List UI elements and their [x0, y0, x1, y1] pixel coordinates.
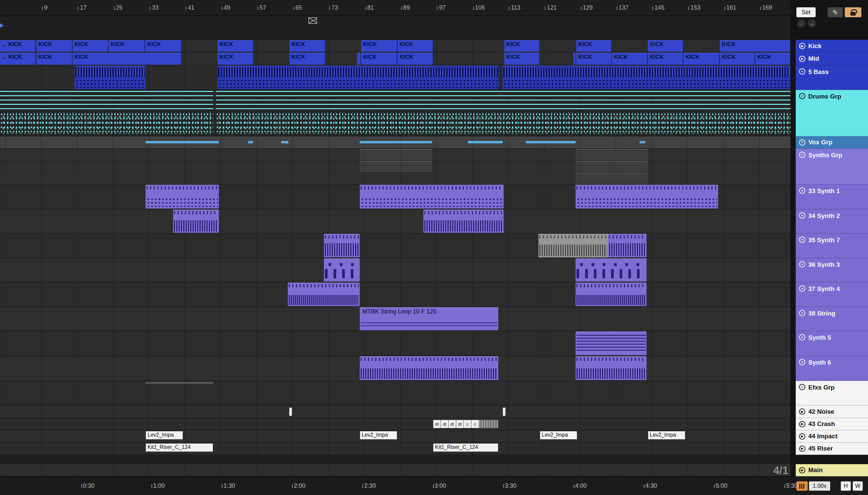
chevron-icon[interactable]: ▾: [799, 285, 805, 292]
mini-clip-label[interactable]: dt: [441, 420, 448, 428]
track-header-drums[interactable]: ≡Drums Grp: [796, 90, 868, 136]
clip-p1[interactable]: [145, 185, 219, 209]
clip-bass[interactable]: [75, 66, 145, 89]
clip-bass[interactable]: [503, 66, 791, 89]
clip-kick[interactable]: KICK: [217, 40, 253, 52]
clip-faint[interactable]: [360, 161, 432, 172]
track-header-synth1[interactable]: ▾33 Synth 1: [796, 185, 868, 209]
time-ruler-bar[interactable]: 1.00x H W 0:301:001:302:002:303:003:304:…: [0, 476, 868, 495]
menu-icon[interactable]: ≡: [799, 139, 805, 146]
clip-p5[interactable]: [288, 283, 360, 306]
lane-bass[interactable]: [0, 65, 791, 90]
track-header-synth6[interactable]: ▾Synth 6: [796, 356, 868, 381]
clip-p1[interactable]: [360, 185, 503, 209]
clip-kick[interactable]: KICK: [576, 40, 612, 52]
track-header-bass[interactable]: ▾5 Bass: [796, 65, 868, 90]
clip-wl[interactable]: Lev2_Impa: [648, 431, 685, 440]
mini-clip-label[interactable]: dt: [433, 420, 441, 428]
hatched-clip[interactable]: [479, 420, 498, 428]
pencil-icon[interactable]: ✎: [828, 7, 843, 17]
clip-bass[interactable]: [217, 66, 499, 89]
clip-wl[interactable]: Lev2_Impa: [145, 431, 183, 440]
set-button[interactable]: Set: [796, 7, 816, 17]
lane-main[interactable]: [0, 464, 791, 476]
clip-vox[interactable]: [640, 141, 645, 143]
fit-height-button[interactable]: H: [841, 481, 851, 491]
clip-kick[interactable]: KICK: [576, 53, 612, 65]
clip-vox[interactable]: [248, 141, 253, 143]
clip-vox[interactable]: [145, 141, 219, 143]
clip-wl[interactable]: Lev2_Impa: [360, 431, 397, 440]
clip-faint[interactable]: [575, 173, 648, 184]
clip-p4[interactable]: [324, 258, 360, 282]
chevron-icon[interactable]: ▾: [799, 261, 805, 268]
clip-faint[interactable]: [575, 149, 648, 160]
lane-synth6[interactable]: [0, 356, 791, 381]
clip-kick[interactable]: KICK: [217, 53, 253, 65]
lane-kick[interactable]: ... KICKKICKKICKKICKKICKKICKKICKKICKKICK…: [0, 40, 791, 52]
track-header-main[interactable]: ▶Main: [796, 464, 868, 476]
clip-kick[interactable]: KICK: [648, 40, 683, 52]
track-header-synth5[interactable]: ▾Synth 5: [796, 331, 868, 356]
track-header-synthsgrp[interactable]: ≡Synths Grp: [796, 149, 868, 185]
clip-p2[interactable]: [173, 210, 219, 233]
track-header-string[interactable]: ▾38 String: [796, 307, 868, 331]
mini-clip-label[interactable]: dt: [448, 420, 456, 428]
track-header-noise[interactable]: ▶42 Noise: [796, 406, 868, 418]
clip-p5[interactable]: [575, 283, 646, 306]
menu-icon[interactable]: ≡: [799, 384, 805, 390]
clip-kick[interactable]: [357, 53, 361, 65]
song-start-marker-icon[interactable]: [0, 23, 4, 28]
menu-icon[interactable]: ≡: [799, 152, 805, 158]
clip-kick[interactable]: KICK: [612, 53, 648, 65]
clip-p8[interactable]: [575, 356, 646, 380]
clip-mini[interactable]: [289, 407, 292, 416]
clip-p1[interactable]: [575, 185, 718, 209]
arrow-right-icon[interactable]: →: [808, 19, 816, 28]
arrangement-area[interactable]: 9172533414957657381899710511312112913714…: [0, 0, 791, 476]
clip-kick[interactable]: KICK: [504, 40, 540, 52]
clip-dtgroup[interactable]: dtdtdtdtcc: [433, 420, 498, 428]
lane-synthsgrp[interactable]: [0, 149, 791, 185]
play-icon[interactable]: ▶: [799, 433, 805, 440]
chevron-icon[interactable]: ▾: [799, 310, 805, 316]
lane-string[interactable]: MTBK String Loop 10 F 125: [0, 307, 791, 331]
clip-p8[interactable]: [360, 356, 498, 380]
track-header-riser[interactable]: ▶45 Riser: [796, 443, 868, 455]
clip-kick[interactable]: KICK: [755, 53, 791, 65]
clip-drums[interactable]: [0, 90, 213, 136]
clip-p6[interactable]: MTBK String Loop 10 F 125: [360, 307, 498, 330]
fit-width-button[interactable]: W: [853, 481, 863, 491]
arrangement-marker-icon[interactable]: [308, 17, 317, 24]
clip-kick[interactable]: KICK: [289, 53, 325, 65]
clip-gray[interactable]: [538, 234, 608, 257]
lane-synth7[interactable]: [0, 234, 791, 258]
mini-clip-label[interactable]: c: [463, 420, 471, 428]
clip-kick[interactable]: KICK: [73, 40, 108, 52]
clip-wl[interactable]: Lev2_Impa: [540, 431, 577, 440]
clip-p2[interactable]: [423, 210, 503, 233]
zoom-level-display[interactable]: 1.00x: [809, 481, 830, 491]
arrow-left-icon[interactable]: ←: [797, 19, 805, 28]
clip-p4[interactable]: [575, 258, 646, 282]
play-icon[interactable]: ▶: [799, 467, 805, 474]
lane-noise[interactable]: [0, 406, 791, 418]
lane-synth4[interactable]: [0, 282, 791, 307]
menu-icon[interactable]: ≡: [799, 93, 805, 99]
clip-kick[interactable]: KICK: [684, 53, 720, 65]
clip-kick[interactable]: KICK: [504, 53, 540, 65]
clip-vox[interactable]: [281, 141, 288, 143]
play-icon[interactable]: ▶: [799, 446, 805, 452]
clip-wl[interactable]: Kit1_Riser_C_124: [433, 443, 498, 452]
clip-kick[interactable]: [573, 53, 576, 65]
track-header-kick[interactable]: ▶Kick: [796, 40, 868, 52]
track-header-synth4[interactable]: ▾37 Synth 4: [796, 282, 868, 307]
chevron-icon[interactable]: ▾: [799, 68, 805, 75]
clip-p7[interactable]: [575, 331, 646, 355]
clip-kick[interactable]: KICK: [720, 40, 791, 52]
clip-vox[interactable]: [526, 141, 575, 143]
lane-riser[interactable]: Kit1_Riser_C_124Kit1_Riser_C_124: [0, 443, 791, 455]
clip-kick[interactable]: KICK: [648, 53, 683, 65]
clip-kick[interactable]: KICK: [145, 40, 181, 52]
chevron-icon[interactable]: ▾: [799, 334, 805, 340]
